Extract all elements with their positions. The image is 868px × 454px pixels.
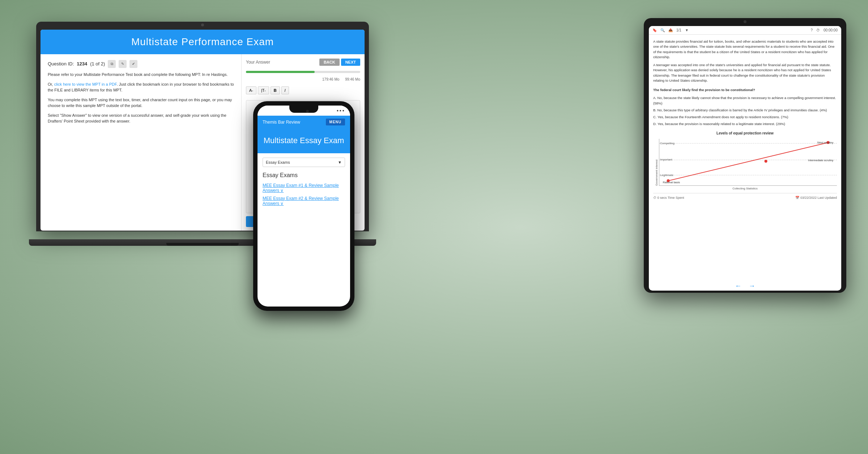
chart-point-rational: Rational basis (663, 180, 680, 184)
clock-icon: ⏱ (653, 196, 656, 200)
tablet-option-a[interactable]: A. No, because the state likely cannot s… (653, 95, 837, 106)
laptop-screen-header: Multistate Performance Exam (41, 30, 365, 54)
instruction-1: Please refer to your Multistate Performa… (48, 72, 234, 78)
time-display: 00:00:00 (824, 28, 838, 32)
tablet-body: 🔖 🔍 📤 1/1 ▼ ? ⏱ 00:00:00 A state statute… (644, 18, 846, 293)
tablet-chart: Levels of equal protection review Govern… (653, 130, 837, 201)
tablet-camera (744, 20, 746, 23)
phone-select-label: Essay Exams (266, 160, 290, 164)
back-button[interactable]: BACK (319, 59, 340, 66)
chart-container: Government interest Compelling Important… (653, 139, 837, 186)
page-count: 1/1 (676, 28, 681, 32)
chart-body: Compelling Important Legitimate (659, 139, 837, 186)
timer-row: 179:46 Mo 99:46 Mo (246, 77, 360, 81)
phone-menu-button[interactable]: MENU (326, 119, 345, 125)
phone-select[interactable]: Essay Exams ▼ (263, 158, 345, 167)
phone-camera (306, 110, 309, 113)
timer-2: 99:46 Mo (345, 77, 360, 81)
nav-buttons: BACK NEXT (319, 59, 360, 66)
tablet-options: A. No, because the state likely cannot s… (653, 95, 837, 127)
instruction-2: Or, click here to view the MPT in a PDF.… (48, 81, 234, 93)
toolbar: A- |T- B I (246, 86, 360, 94)
flag-icon[interactable]: ✔ (129, 60, 137, 68)
phone-brand: Themis Bar Review (263, 120, 300, 125)
chart-footer: ⏱ 0 secs Time Spent 📅 03/22/2022 Last Up… (653, 193, 837, 201)
phone-link-1[interactable]: MEE Essay Exam #1 & Review Sample Answer… (263, 183, 345, 193)
phone-nav-bar: Themis Bar Review MENU (258, 116, 350, 128)
chart-title: Levels of equal protection review (653, 130, 837, 136)
timer-1: 179:46 Mo (322, 77, 339, 81)
tablet-para-1: A state statute provides financial aid f… (653, 39, 837, 60)
svg-line-0 (668, 142, 828, 181)
svg-point-2 (765, 159, 767, 162)
font-decrease-btn[interactable]: A- (246, 86, 256, 94)
question-id-label: Question ID: (48, 60, 74, 68)
chevron-down-icon: ▼ (338, 160, 342, 164)
help-icon[interactable]: ? (811, 28, 813, 32)
tablet-bottom-nav: ← → (735, 282, 755, 290)
pdf-link[interactable]: click here to view the MPT in a PDF (54, 82, 117, 86)
laptop-instructions: Please refer to your Multistate Performa… (48, 72, 234, 124)
copy-icon[interactable]: ⧉ (108, 60, 116, 68)
laptop-left-panel: Question ID: 1234 (1 of 2) ⧉ ✎ ✔ Please … (41, 54, 242, 231)
answer-header: Your Answer BACK NEXT (246, 59, 360, 66)
chevron-down-icon: ▼ (685, 28, 689, 32)
phone-body: ● ● ● Themis Bar Review MENU Multistate … (253, 101, 354, 311)
tablet-content: A state statute provides financial aid f… (649, 35, 841, 286)
progress-bar (246, 71, 360, 73)
question-id-value: 1234 (77, 60, 87, 68)
tablet-forward-btn[interactable]: → (749, 282, 755, 290)
italic-btn[interactable]: I (281, 86, 289, 94)
footer-last-updated: 📅 03/22/2022 Last Updated (795, 196, 837, 201)
phone-hero-title: Multistate Essay Exam (264, 136, 344, 145)
phone-hero: Multistate Essay Exam (258, 128, 350, 153)
tablet-toolbar-icons: 🔖 🔍 📤 1/1 ▼ (652, 28, 689, 32)
instruction-4: Select "Show Answer" to view one version… (48, 112, 234, 124)
next-button[interactable]: NEXT (341, 59, 360, 66)
share-icon[interactable]: 📤 (668, 28, 673, 32)
tablet-back-btn[interactable]: ← (735, 282, 741, 290)
font-increase-btn[interactable]: |T- (258, 86, 269, 94)
tablet-toolbar: 🔖 🔍 📤 1/1 ▼ ? ⏱ 00:00:00 (649, 26, 841, 35)
question-count: (1 of 2) (90, 60, 105, 68)
tablet-question: The federal court likely find the provis… (653, 87, 837, 93)
phone-link-2[interactable]: MEE Essay Exam #2 & Review Sample Answer… (263, 196, 345, 206)
phone-device: ● ● ● Themis Bar Review MENU Multistate … (253, 101, 354, 311)
tablet-paragraph-1: A state statute provides financial aid f… (653, 39, 837, 83)
phone-status-icons: ● ● ● (337, 109, 344, 112)
tablet-device: 🔖 🔍 📤 1/1 ▼ ? ⏱ 00:00:00 A state statute… (644, 18, 846, 293)
chart-x-axis-label: Collecting Statistics (653, 187, 837, 191)
tablet-screen: 🔖 🔍 📤 1/1 ▼ ? ⏱ 00:00:00 A state statute… (649, 26, 841, 291)
tablet-toolbar-right: ? ⏱ 00:00:00 (811, 28, 838, 32)
chart-point-strict: Strict scrutiny (817, 141, 833, 145)
phone-screen: ● ● ● Themis Bar Review MENU Multistate … (258, 106, 350, 307)
question-id-row: Question ID: 1234 (1 of 2) ⧉ ✎ ✔ (48, 60, 234, 68)
edit-icon[interactable]: ✎ (119, 60, 127, 68)
tablet-option-c[interactable]: C. Yes, because the Fourteenth Amendment… (653, 115, 837, 120)
footer-time-spent: ⏱ 0 secs Time Spent (653, 196, 684, 201)
tablet-option-d[interactable]: D. Yes, because the provision is reasona… (653, 121, 837, 127)
phone-notch (289, 105, 318, 113)
phone-section-title: Essay Exams (263, 172, 345, 179)
search-icon[interactable]: 🔍 (660, 28, 665, 32)
tablet-para-2: A teenager was accepted into one of the … (653, 63, 837, 83)
bold-btn[interactable]: B (271, 86, 280, 94)
progress-fill (246, 71, 315, 73)
bookmark-icon[interactable]: 🔖 (652, 28, 657, 32)
tablet-option-b[interactable]: B. No, because this type of arbitrary cl… (653, 108, 837, 113)
phone-body-content: Essay Exams ▼ Essay Exams MEE Essay Exam… (258, 153, 350, 213)
answer-label: Your Answer (246, 60, 270, 65)
instruction-3: You may complete this MPT using the text… (48, 97, 234, 109)
timer-icon: ⏱ (816, 28, 820, 32)
chart-point-intermediate: Intermediate scrutiny (808, 158, 834, 162)
laptop-camera (201, 23, 204, 26)
laptop-title: Multistate Performance Exam (131, 36, 274, 47)
chart-y-axis-label: Government interest (653, 139, 659, 186)
calendar-icon: 📅 (795, 196, 799, 200)
